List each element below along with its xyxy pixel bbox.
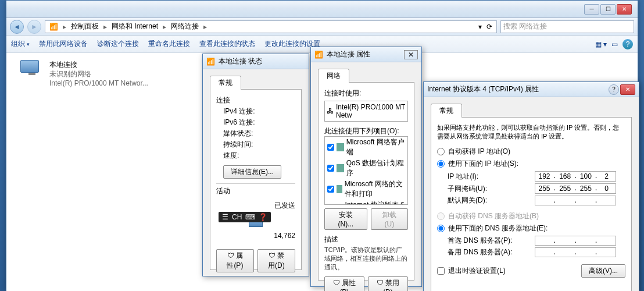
folder-icon: 📶 xyxy=(48,23,60,31)
breadcrumb[interactable]: 📶 ▸ 控制面板 ▸ 网络和 Internet ▸ 网络连接 ▸ ▾ ⟳ xyxy=(45,20,497,33)
properties-dialog: 📶 本地连接 属性 ✕ 网络 连接时使用: 🖧 Intel(R) PRO/100… xyxy=(310,47,422,287)
close-icon[interactable]: ✕ xyxy=(620,84,635,95)
connection-item[interactable]: 本地连接 未识别的网络 Intel(R) PRO/1000 MT Networ.… xyxy=(20,60,148,88)
speed-label: 速度: xyxy=(223,151,239,161)
install-button[interactable]: 安装(N)... xyxy=(324,208,367,230)
organize-menu[interactable]: 组织 xyxy=(11,39,30,49)
alt-dns-label: 备用 DNS 服务器(A): xyxy=(448,247,535,257)
ipv4-dialog-title[interactable]: Internet 协议版本 4 (TCP/IPv4) 属性 ? ✕ xyxy=(424,82,639,97)
disable-button-2[interactable]: 🛡 禁用(D) xyxy=(368,276,408,291)
close-button[interactable]: ✕ xyxy=(617,4,632,15)
uninstall-button: 卸载(U) xyxy=(371,208,408,230)
subnet-mask-field[interactable]: 255.255.255.0 xyxy=(535,183,616,194)
section-activity: 活动 xyxy=(216,186,295,196)
adapter-field: 🖧 Intel(R) PRO/1000 MT Netw xyxy=(324,101,408,122)
validate-checkbox[interactable] xyxy=(437,267,445,275)
components-list[interactable]: Microsoft 网络客户端QoS 数据包计划程序Microsoft 网络的文… xyxy=(324,136,408,205)
crumb-network-connections[interactable]: 网络连接 xyxy=(169,22,201,31)
connection-name: 本地连接 xyxy=(49,60,148,69)
pref-dns-field[interactable]: ... xyxy=(535,236,616,246)
refresh-icon[interactable]: ⟳ xyxy=(485,23,494,31)
duration-label: 持续时间: xyxy=(223,140,253,150)
disable-device-button[interactable]: 禁用此网络设备 xyxy=(39,39,88,49)
crumb-control-panel[interactable]: 控制面板 xyxy=(69,22,101,31)
tab-network[interactable]: 网络 xyxy=(318,69,349,83)
help-icon[interactable]: ? xyxy=(609,84,619,95)
component-icon xyxy=(337,143,344,151)
use-ip-radio[interactable] xyxy=(437,160,445,168)
connection-device: Intel(R) PRO/1000 MT Networ... xyxy=(49,79,148,88)
ipv6-label: IPv6 连接: xyxy=(223,118,255,127)
disable-button[interactable]: 🛡 禁用(D) xyxy=(257,249,295,272)
list-item[interactable]: QoS 数据包计划程序 xyxy=(325,158,407,179)
status-dialog-title[interactable]: 📶 本地连接 状态 xyxy=(203,54,309,69)
advanced-button[interactable]: 高级(V)... xyxy=(581,264,625,278)
properties-button-2[interactable]: 🛡 属性(P) xyxy=(324,276,364,291)
ipv4-dialog: Internet 协议版本 4 (TCP/IPv4) 属性 ? ✕ 常规 如果网… xyxy=(423,81,639,291)
gateway-label: 默认网关(D): xyxy=(448,196,535,205)
details-button[interactable]: 详细信息(E)... xyxy=(223,165,281,179)
preview-pane-icon[interactable]: ▭ xyxy=(611,40,618,48)
crumb-network-internet[interactable]: 网络和 Internet xyxy=(110,22,160,31)
properties-button[interactable]: 🛡 属性(P) xyxy=(216,249,254,272)
diagnose-button[interactable]: 诊断这个连接 xyxy=(97,39,139,49)
gateway-field[interactable]: ... xyxy=(535,196,616,205)
adapter-icon: 🖧 xyxy=(327,107,334,115)
back-button[interactable]: ◄ xyxy=(10,20,24,34)
close-icon[interactable]: ✕ xyxy=(404,50,418,59)
ipv4-label: IPv4 连接: xyxy=(223,107,255,116)
description-text: TCP/IP。该协议是默认的广域网络，相互连接的网络上的通讯。 xyxy=(324,246,408,272)
validate-label: 退出时验证设置(L) xyxy=(448,266,506,276)
ip-address-field[interactable]: 192.168.100.2 xyxy=(535,171,616,182)
search-input[interactable]: 搜索 网络连接 xyxy=(500,20,634,33)
component-icon xyxy=(337,185,342,193)
bytes-sent: 14,762 xyxy=(216,232,295,240)
dropdown-icon[interactable]: ▾ xyxy=(477,23,484,31)
minimize-button[interactable]: ─ xyxy=(584,4,599,15)
view-mode-icon[interactable]: ▦ ▾ xyxy=(595,40,607,48)
network-icon: 📶 xyxy=(314,51,323,59)
mask-label: 子网掩码(U): xyxy=(448,184,535,194)
help-text: 如果网络支持此功能，则可以获取自动指派的 IP 设置。否则，您需要从网络系统管理… xyxy=(437,123,625,141)
section-connection: 连接 xyxy=(216,95,295,105)
network-adapter-icon xyxy=(20,60,44,82)
status-dialog: 📶 本地连接 状态 常规 连接 IPv4 连接: IPv6 连接: 媒体状态: … xyxy=(202,54,309,276)
component-icon xyxy=(337,164,344,172)
ime-toolbar[interactable]: ☰CH⌨❓ xyxy=(219,212,271,222)
list-item[interactable]: Microsoft 网络的文件和打印 xyxy=(325,179,407,200)
use-dns-radio[interactable] xyxy=(437,225,445,232)
list-item[interactable]: Internet 协议版本 6 (TCP/ xyxy=(325,200,407,205)
alt-dns-field[interactable]: ... xyxy=(535,247,616,257)
connection-status: 未识别的网络 xyxy=(49,69,148,79)
maximize-button[interactable]: ☐ xyxy=(600,4,616,15)
ip-label: IP 地址(I): xyxy=(448,172,535,182)
view-status-button[interactable]: 查看此连接的状态 xyxy=(199,39,255,49)
tab-general[interactable]: 常规 xyxy=(210,76,241,90)
list-item[interactable]: Microsoft 网络客户端 xyxy=(325,137,407,158)
properties-dialog-title[interactable]: 📶 本地连接 属性 ✕ xyxy=(311,47,421,62)
media-label: 媒体状态: xyxy=(223,129,253,139)
auto-ip-radio[interactable] xyxy=(437,148,445,155)
forward-button[interactable]: ► xyxy=(27,20,41,34)
connect-using-label: 连接时使用: xyxy=(324,88,408,98)
network-icon: 📶 xyxy=(206,58,215,66)
explorer-titlebar: ─ ☐ ✕ xyxy=(6,1,638,18)
pref-dns-label: 首选 DNS 服务器(P): xyxy=(448,236,535,246)
description-label: 描述 xyxy=(324,235,408,244)
sent-label: 已发送 xyxy=(216,201,295,211)
tab-general[interactable]: 常规 xyxy=(431,104,462,118)
items-label: 此连接使用下列项目(O): xyxy=(324,126,408,136)
auto-dns-radio xyxy=(437,212,445,220)
address-bar: ◄ ► 📶 ▸ 控制面板 ▸ 网络和 Internet ▸ 网络连接 ▸ ▾ ⟳… xyxy=(6,18,638,36)
rename-button[interactable]: 重命名此连接 xyxy=(148,39,190,49)
help-icon[interactable]: ? xyxy=(622,39,633,49)
